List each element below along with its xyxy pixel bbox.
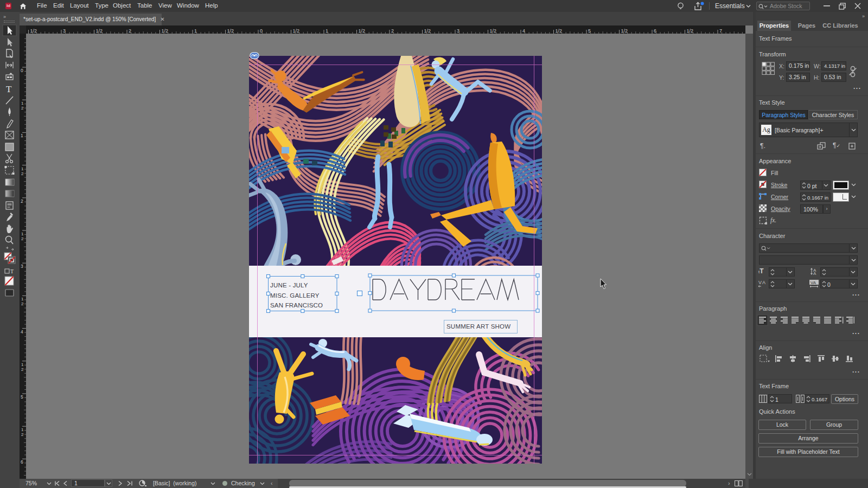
svg-text:0: 0 xyxy=(21,68,23,73)
svg-text:1: 1 xyxy=(21,133,23,138)
svg-text:1/2: 1/2 xyxy=(687,28,694,34)
svg-text:1/2: 1/2 xyxy=(490,28,497,34)
svg-text:V: V xyxy=(758,280,762,285)
svg-text:5: 5 xyxy=(21,394,23,400)
svg-text:2: 2 xyxy=(21,171,24,176)
svg-text:VA: VA xyxy=(810,280,816,285)
svg-text:1/2: 1/2 xyxy=(556,28,563,34)
svg-text:A: A xyxy=(762,280,765,285)
svg-text:1/2: 1/2 xyxy=(293,28,300,34)
svg-text:1: 1 xyxy=(21,297,24,301)
svg-text:1: 1 xyxy=(21,427,24,432)
svg-text:A: A xyxy=(813,271,816,275)
svg-text:1/2: 1/2 xyxy=(621,28,628,34)
svg-text:2: 2 xyxy=(21,236,24,241)
svg-text:1/2: 1/2 xyxy=(227,28,234,34)
svg-text:1/2: 1/2 xyxy=(424,28,431,34)
svg-text:1/2: 1/2 xyxy=(359,28,366,34)
svg-text:6: 6 xyxy=(21,459,23,465)
svg-text:2: 2 xyxy=(21,432,24,437)
svg-text:T: T xyxy=(10,268,14,274)
svg-text:2: 2 xyxy=(21,106,24,111)
svg-text:2: 2 xyxy=(21,367,24,372)
svg-text:2: 2 xyxy=(21,301,24,306)
svg-text:1/2: 1/2 xyxy=(96,28,103,34)
svg-text:1: 1 xyxy=(21,232,24,236)
svg-text:1/2: 1/2 xyxy=(30,28,37,34)
svg-text:3: 3 xyxy=(21,264,23,269)
svg-text:1: 1 xyxy=(21,101,24,106)
svg-text:4: 4 xyxy=(21,329,23,335)
svg-text:2: 2 xyxy=(21,198,23,204)
svg-text:1: 1 xyxy=(21,166,24,171)
svg-text:1/2: 1/2 xyxy=(162,28,169,34)
svg-text:1: 1 xyxy=(21,362,24,367)
svg-text:T: T xyxy=(6,84,12,94)
